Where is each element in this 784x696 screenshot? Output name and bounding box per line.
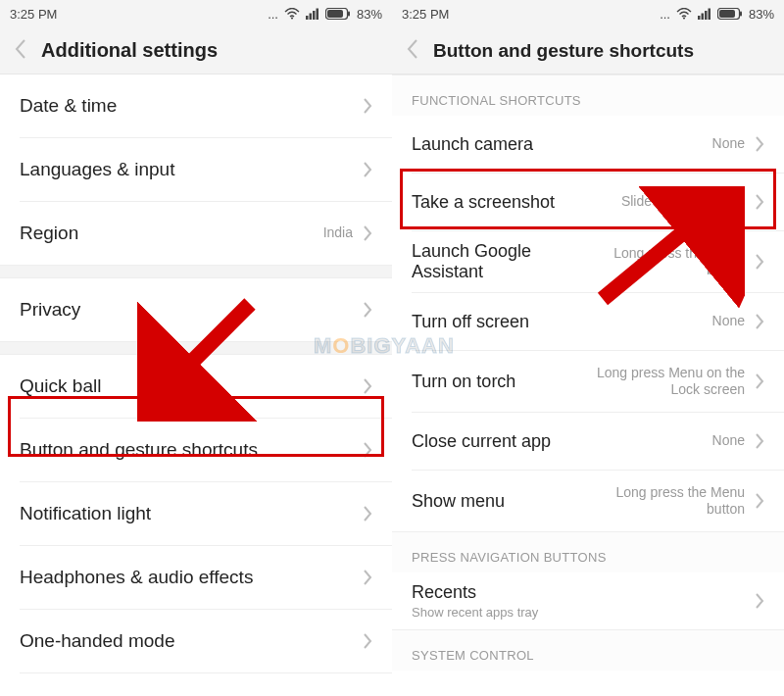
row-value: Slide 3 fingers down — [621, 193, 745, 211]
status-battery: 83% — [749, 7, 774, 22]
chevron-right-icon — [755, 593, 764, 609]
row-turn-on-torch[interactable]: Turn on torch Long press Menu on the Loc… — [392, 351, 784, 412]
chevron-left-icon — [406, 38, 419, 60]
row-label: Close current app — [412, 431, 551, 452]
status-time: 3:25 PM — [10, 7, 57, 22]
screenshot-pair: 3:25 PM ... 83% Additional settings Date… — [0, 0, 784, 696]
row-languages-input[interactable]: Languages & input — [0, 138, 392, 201]
battery-icon — [717, 8, 743, 20]
chevron-right-icon — [755, 314, 764, 329]
header: Button and gesture shortcuts — [392, 27, 784, 75]
chevron-right-icon — [363, 442, 372, 458]
more-icon: ... — [268, 7, 278, 22]
battery-icon — [325, 8, 351, 20]
row-value: India — [323, 224, 353, 242]
row-date-time[interactable]: Date & time — [0, 75, 392, 137]
section-functional-shortcuts: FUNCTIONAL SHORTCUTS — [392, 75, 784, 116]
status-bar: 3:25 PM ... 83% — [392, 0, 784, 27]
back-button[interactable] — [406, 38, 419, 64]
chevron-right-icon — [363, 570, 372, 585]
svg-rect-11 — [701, 14, 704, 21]
wifi-icon — [676, 8, 692, 20]
wifi-icon — [284, 8, 300, 20]
row-accessibility[interactable]: Accessibility — [0, 673, 392, 696]
chevron-right-icon — [363, 633, 372, 649]
svg-rect-7 — [348, 12, 350, 17]
phone-right: 3:25 PM ... 83% Button and gesture short… — [392, 0, 784, 696]
row-one-handed-mode[interactable]: One-handed mode — [0, 610, 392, 672]
row-launch-google-assistant[interactable]: Launch Google Assistant Long press the H… — [392, 231, 784, 292]
page-title: Button and gesture shortcuts — [433, 40, 694, 62]
row-value: Long press the Home button — [592, 245, 745, 279]
row-turn-off-screen[interactable]: Turn off screen None — [392, 293, 784, 350]
row-recents[interactable]: Recents Show recent apps tray — [392, 572, 784, 629]
svg-rect-6 — [327, 10, 343, 18]
chevron-right-icon — [363, 225, 372, 241]
row-label: Show menu — [412, 491, 505, 512]
row-label: Privacy — [20, 299, 80, 321]
row-privacy[interactable]: Privacy — [0, 278, 392, 341]
row-label: Headphones & audio effects — [20, 567, 253, 588]
row-take-screenshot[interactable]: Take a screenshot Slide 3 fingers down — [392, 174, 784, 230]
row-value: None — [712, 432, 745, 450]
more-icon: ... — [660, 7, 670, 22]
svg-rect-12 — [705, 11, 708, 20]
signal-icon — [306, 8, 319, 20]
status-icons: ... 83% — [660, 7, 774, 22]
chevron-right-icon — [755, 373, 764, 389]
row-headphones-audio[interactable]: Headphones & audio effects — [0, 546, 392, 609]
chevron-right-icon — [363, 98, 372, 114]
row-value: None — [712, 313, 745, 330]
svg-rect-1 — [306, 16, 309, 20]
row-close-current-app[interactable]: Close current app None — [392, 413, 784, 470]
chevron-right-icon — [363, 378, 372, 394]
status-time: 3:25 PM — [402, 7, 449, 22]
row-label: Languages & input — [20, 159, 174, 180]
row-show-menu[interactable]: Show menu Long press the Menu button — [392, 471, 784, 531]
chevron-right-icon — [755, 136, 764, 152]
row-region[interactable]: Region India — [0, 202, 392, 265]
settings-list: Date & time Languages & input Region Ind… — [0, 75, 392, 696]
svg-rect-13 — [708, 9, 710, 21]
svg-point-0 — [291, 17, 293, 19]
section-system-control: SYSTEM CONTROL — [392, 629, 784, 671]
row-value: None — [712, 135, 745, 153]
row-label: Launch Google Assistant — [412, 241, 592, 281]
svg-rect-4 — [316, 9, 318, 21]
svg-rect-3 — [313, 11, 316, 20]
chevron-right-icon — [755, 254, 764, 270]
header: Additional settings — [0, 27, 392, 75]
svg-rect-2 — [309, 14, 312, 21]
svg-rect-16 — [740, 12, 742, 17]
status-battery: 83% — [357, 7, 382, 22]
row-quick-ball[interactable]: Quick ball — [0, 355, 392, 418]
row-label: Region — [20, 223, 78, 244]
row-notification-light[interactable]: Notification light — [0, 482, 392, 545]
chevron-right-icon — [755, 493, 764, 509]
row-label: Date & time — [20, 95, 117, 117]
row-subtitle: Show recent apps tray — [412, 605, 538, 620]
back-button[interactable] — [14, 38, 27, 64]
row-label: Recents — [412, 582, 476, 603]
chevron-right-icon — [363, 506, 372, 522]
chevron-right-icon — [363, 302, 372, 318]
shortcuts-list: FUNCTIONAL SHORTCUTS Launch camera None … — [392, 75, 784, 671]
row-label: One-handed mode — [20, 630, 174, 652]
phone-left: 3:25 PM ... 83% Additional settings Date… — [0, 0, 392, 696]
row-launch-camera[interactable]: Launch camera None — [392, 116, 784, 173]
chevron-right-icon — [755, 194, 764, 210]
svg-point-9 — [683, 17, 685, 19]
row-label: Button and gesture shortcuts — [20, 439, 258, 461]
chevron-right-icon — [363, 162, 372, 177]
chevron-left-icon — [14, 38, 27, 60]
row-button-gesture-shortcuts[interactable]: Button and gesture shortcuts — [0, 419, 392, 481]
row-label: Quick ball — [20, 375, 101, 397]
signal-icon — [698, 8, 711, 20]
row-label: Take a screenshot — [412, 192, 555, 213]
status-icons: ... 83% — [268, 7, 382, 22]
page-title: Additional settings — [41, 39, 218, 62]
svg-rect-15 — [719, 10, 735, 18]
row-label: Turn on torch — [412, 372, 515, 392]
row-value: Long press Menu on the Lock screen — [578, 365, 745, 399]
svg-rect-10 — [698, 16, 701, 20]
